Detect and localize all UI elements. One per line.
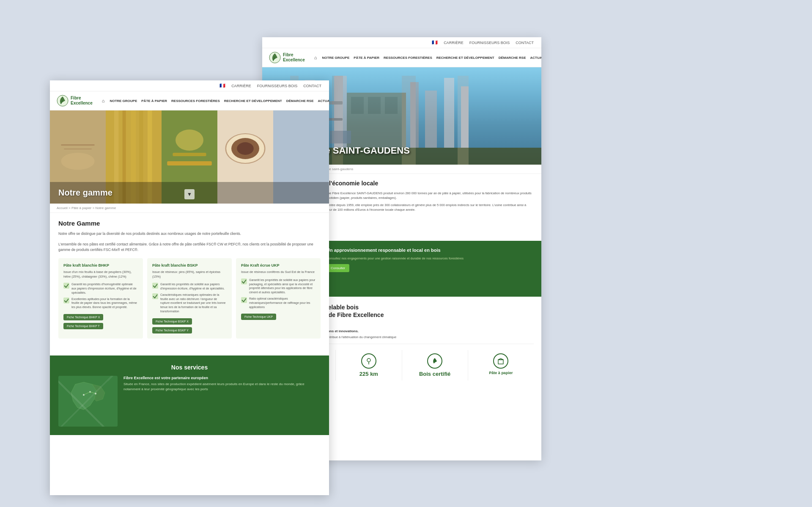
front-nav-item-4[interactable]: RECHERCHE ET DÉVELOPPEMENT	[224, 99, 282, 103]
svg-rect-12	[461, 86, 469, 152]
front-card3-feature1-text: Garantit les propriétés de solidité aux …	[249, 278, 315, 295]
back-nav-item-3[interactable]: RESSOURCES FORESTIÈRES	[384, 56, 432, 60]
back-toplink-3[interactable]: CONTACT	[516, 41, 534, 45]
back-nav-item-6[interactable]: ACTUALITÉS	[530, 56, 541, 60]
back-logo[interactable]: Fibre Excellence	[269, 52, 305, 63]
location-pin-icon	[361, 353, 376, 369]
front-hero-arrow[interactable]: ▼	[184, 189, 195, 199]
front-nav-item-2[interactable]: PÂTE À PAPIER	[141, 99, 167, 103]
back-stat-icon-2	[361, 353, 376, 369]
svg-rect-16	[385, 97, 398, 114]
back-text1: L'usine Fibre Excellence SAINT-GAUDENS p…	[321, 191, 534, 201]
front-hero: Notre gamme ▼	[50, 110, 329, 204]
front-card3-feature-2: Ratio optimal caractéristiques mécanique…	[241, 297, 315, 309]
back-stat-value-3: Bois certifié	[405, 371, 465, 377]
front-card1-feature1-text: Garantit les propriétés d'homogénéité op…	[71, 282, 138, 295]
front-card1-btn2[interactable]: Fiche Technique BHKP T	[63, 323, 103, 329]
front-card2-feature2-icon	[152, 293, 158, 299]
front-card3-feature2-icon	[241, 297, 247, 303]
svg-point-38	[367, 358, 370, 362]
front-card2-btn1[interactable]: Fiche Technique BSKP X	[152, 318, 192, 325]
front-map-lines	[58, 376, 118, 427]
front-nav-links: NOTRE GROUPE PÂTE À PAPIER RESSOURCES FO…	[110, 99, 329, 103]
svg-rect-39	[498, 360, 503, 364]
front-card1-feature-1: Garantit les propriétés d'homogénéité op…	[63, 282, 138, 295]
front-card-3: Pâte Kraft écrue UKP Issue de résineux c…	[236, 258, 321, 339]
front-card3-subtitle: Issue de résineux conifères du Sud Est d…	[241, 270, 315, 275]
svg-point-59	[237, 142, 254, 155]
front-services-content: Fibre Excellence est votre partenaire eu…	[58, 376, 321, 427]
front-card1-feature2-text: Excellentes aptitudes pour la formation …	[71, 297, 138, 309]
back-green-btn[interactable]: Consulter	[326, 264, 349, 272]
back-green-banner-desc: Consultez nos engagements pour une gesti…	[326, 256, 534, 261]
front-nav-item-3[interactable]: RESSOURCES FORESTIÈRES	[171, 99, 220, 103]
front-toplink-1[interactable]: CARRIÈRE	[231, 84, 251, 88]
svg-rect-14	[351, 97, 364, 114]
back-logo-text: Fibre Excellence	[283, 52, 305, 63]
back-stat-icon-3	[427, 353, 442, 369]
svg-point-55	[176, 130, 203, 151]
front-card3-feature1-icon	[241, 278, 247, 284]
back-info-text: L'usine Fibre Excellence SAINT-GAUDENS p…	[321, 191, 534, 229]
back-home-icon[interactable]: ⌂	[314, 55, 317, 60]
back-stat-icon-4	[493, 353, 508, 369]
front-card3-feature-1: Garantit les propriétés de solidité aux …	[241, 278, 315, 295]
leaf-certified-icon	[427, 353, 442, 369]
front-card2-feature-1: Garantit les propriétés de solidité aux …	[152, 282, 227, 291]
svg-rect-45	[64, 149, 92, 149]
front-breadcrumb-text: Accueil > Pâte à papier > Notre gamme	[57, 206, 116, 210]
front-toplink-3[interactable]: CONTACT	[303, 84, 321, 88]
front-toplink-2[interactable]: FOURNISSEURS BOIS	[257, 84, 298, 88]
svg-rect-9	[410, 82, 419, 152]
back-toplink-1[interactable]: CARRIÈRE	[444, 41, 464, 45]
front-card2-feature1-text: Garantit les propriétés de solidité aux …	[160, 282, 227, 291]
front-card3-feature2-text: Ratio optimal caractéristiques mécanique…	[249, 297, 315, 309]
front-breadcrumb: Accueil > Pâte à papier > Notre gamme	[50, 204, 329, 213]
front-logo-text: Fibre Excellence	[71, 96, 93, 106]
front-nav-item-6[interactable]: ACTUALITÉS	[318, 99, 329, 103]
front-card2-btn2[interactable]: Fiche Technique BSKP Y	[152, 327, 192, 333]
back-nav-item-5[interactable]: DÉMARCHE RSE	[499, 56, 526, 60]
front-logo[interactable]: Fibre Excellence	[57, 95, 93, 107]
front-services-section: Nos services Fibre E	[50, 355, 329, 435]
svg-marker-40	[498, 358, 503, 360]
back-nav-item-4[interactable]: RECHERCHE ET DÉVELOPPEMENT	[436, 56, 494, 60]
back-green-banner-text: Un approvisionnement responsable et loca…	[326, 248, 534, 272]
back-toplink-2[interactable]: FOURNISSEURS BOIS	[469, 41, 510, 45]
front-services-text-title: Fibre Excellence est votre partenaire eu…	[123, 376, 321, 380]
front-home-icon[interactable]: ⌂	[102, 98, 105, 103]
front-services-text: Fibre Excellence est votre partenaire eu…	[123, 376, 321, 427]
svg-rect-44	[61, 144, 94, 146]
front-card1-feature2-icon	[63, 298, 69, 303]
front-nav-item-1[interactable]: NOTRE GROUPE	[110, 99, 137, 103]
back-flag: 🇫🇷	[432, 40, 438, 45]
back-main-nav: Fibre Excellence ⌂ NOTRE GROUPE PÂTE À P…	[262, 48, 541, 67]
front-flag: 🇫🇷	[219, 83, 225, 88]
front-nav-item-5[interactable]: DÉMARCHE RSE	[286, 99, 314, 103]
front-card1-btn1[interactable]: Fiche Technique BHKP X	[63, 314, 103, 320]
front-page-title: Notre Gamme	[58, 220, 321, 227]
front-window: 🇫🇷 CARRIÈRE FOURNISSEURS BOIS CONTACT Fi…	[50, 80, 329, 495]
front-card1-feature1-icon	[63, 283, 69, 289]
front-page-content: Notre Gamme Notre offre se distingue par…	[50, 213, 329, 351]
front-card1-feature-2: Excellentes aptitudes pour la formation …	[63, 297, 138, 309]
front-card1-subtitle: Issue d'un mix feuillu à base de peuplie…	[63, 270, 138, 279]
svg-point-43	[61, 153, 94, 170]
front-intro-1: Notre offre se distingue par la diversit…	[58, 231, 321, 237]
svg-rect-15	[368, 97, 381, 114]
back-nav-item-2[interactable]: PÂTE À PAPIER	[354, 56, 379, 60]
back-nav-links: NOTRE GROUPE PÂTE À PAPIER RESSOURCES FO…	[322, 56, 541, 60]
svg-rect-54	[173, 153, 206, 156]
front-card3-btn1[interactable]: Fiche Technique UKP	[241, 314, 276, 320]
back-green-banner-title: Un approvisionnement responsable et loca…	[326, 248, 534, 253]
back-stat-2: 225 km	[336, 350, 402, 380]
back-stat-4: Pâte à papier	[468, 350, 534, 380]
back-nav-item-1[interactable]: NOTRE GROUPE	[322, 56, 349, 60]
back-logo-icon	[269, 52, 281, 63]
front-card3-title: Pâte Kraft écrue UKP	[241, 263, 315, 267]
front-card2-feature-2: Caractéristiques mécaniques optimales de…	[152, 293, 227, 314]
front-card2-feature1-icon	[152, 283, 158, 289]
front-card2-feature2-text: Caractéristiques mécaniques optimales de…	[160, 293, 227, 314]
front-services-text-body: Située en France, nos sites de productio…	[123, 382, 321, 392]
box-icon	[493, 353, 508, 369]
